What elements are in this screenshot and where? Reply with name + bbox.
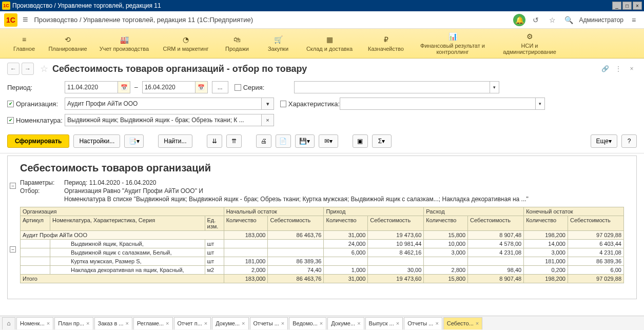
help-button[interactable]: ? bbox=[621, 134, 637, 148]
tab[interactable]: Отчеты ...× bbox=[250, 317, 288, 329]
snapshot-button[interactable]: ▣ bbox=[353, 134, 368, 148]
close-icon[interactable]: × bbox=[166, 320, 169, 326]
org-checkbox[interactable]: ✔ bbox=[7, 101, 14, 107]
nom-input[interactable]: Выдвижной ящик; Выдвижной ящик - брак; О… bbox=[65, 114, 262, 126]
tab[interactable]: Ведомо...× bbox=[289, 317, 326, 329]
collapse-button[interactable]: ⇈ bbox=[226, 134, 242, 148]
sum-button[interactable]: Σ▾ bbox=[372, 134, 392, 148]
close-icon[interactable]: × bbox=[320, 320, 323, 326]
burger-menu-icon[interactable]: ≡ bbox=[23, 14, 28, 25]
link-icon[interactable]: 🔗 bbox=[600, 65, 610, 72]
filter-value2: Номенклатура В списке "Выдвижной ящик; В… bbox=[64, 196, 529, 203]
close-icon[interactable]: × bbox=[126, 320, 129, 326]
send-button[interactable]: ✉▾ bbox=[319, 134, 338, 148]
nav-forward-button[interactable]: → bbox=[22, 63, 34, 75]
col-nom: Номенклатура, Характеристика, Серия bbox=[50, 216, 205, 231]
find-button[interactable]: Найти... bbox=[158, 134, 192, 148]
section-planning[interactable]: ⟲Планирование bbox=[42, 35, 93, 52]
report-area[interactable]: – – Себестоимость товаров организаций Па… bbox=[7, 156, 637, 299]
page-more-icon[interactable]: ⋮ bbox=[613, 65, 623, 72]
more-menu-icon[interactable]: ≡ bbox=[628, 14, 640, 26]
maximize-button[interactable]: □ bbox=[622, 2, 632, 10]
favorites-icon[interactable]: ☆ bbox=[546, 14, 558, 26]
col-in: Приход bbox=[324, 207, 424, 216]
save-button[interactable]: 💾▾ bbox=[295, 134, 315, 148]
tabs-bar: ⌂ Номенк...× План пр...× Заказ в ...× Ре… bbox=[0, 316, 644, 330]
home-tab[interactable]: ⌂ bbox=[2, 317, 15, 329]
collapse-tree-icon[interactable]: – bbox=[10, 183, 16, 189]
tab[interactable]: Докуме...× bbox=[327, 317, 364, 329]
chevron-down-icon[interactable]: ▾ bbox=[490, 82, 499, 93]
nav-back-button[interactable]: ← bbox=[7, 63, 19, 75]
star-icon[interactable]: ☆ bbox=[40, 63, 48, 74]
print-button[interactable]: 🖨 bbox=[256, 134, 271, 148]
preview-button[interactable]: 📄 bbox=[276, 134, 291, 148]
tab[interactable]: Выпуск ...× bbox=[365, 317, 403, 329]
nom-checkbox[interactable]: ✔ bbox=[7, 117, 14, 124]
close-icon[interactable]: × bbox=[242, 320, 245, 326]
tab-active[interactable]: Себесто...× bbox=[443, 317, 482, 329]
user-name[interactable]: Администратор bbox=[579, 16, 623, 24]
chevron-down-icon[interactable]: ▾ bbox=[535, 98, 544, 109]
close-window-button[interactable]: × bbox=[633, 2, 642, 10]
expand-button[interactable]: ⇊ bbox=[207, 134, 222, 148]
close-icon[interactable]: × bbox=[396, 320, 399, 326]
tab[interactable]: Отчеты ...× bbox=[404, 317, 442, 329]
section-admin[interactable]: ⚙НСИ и администрирование bbox=[494, 32, 565, 55]
tab[interactable]: Заказ в ...× bbox=[94, 317, 132, 329]
minimize-button[interactable]: _ bbox=[612, 2, 621, 10]
close-icon[interactable]: × bbox=[86, 320, 89, 326]
home-icon: ≡ bbox=[22, 35, 26, 45]
app-logo-icon: 1C bbox=[2, 2, 10, 10]
table-row: Куртка мужская, Размер S,шт181,00086 389… bbox=[21, 257, 624, 266]
section-purchases[interactable]: 🛒Закупки bbox=[258, 35, 299, 52]
collapse-group-icon[interactable]: – bbox=[10, 246, 16, 253]
org-dropdown-icon[interactable]: ▾ bbox=[262, 98, 274, 110]
date-from-input[interactable]: 11.04.2020 bbox=[65, 81, 118, 93]
close-icon[interactable]: × bbox=[204, 320, 207, 326]
run-report-button[interactable]: Сформировать bbox=[7, 134, 69, 148]
close-icon[interactable]: × bbox=[435, 320, 438, 326]
planning-icon: ⟲ bbox=[65, 35, 71, 45]
close-icon[interactable]: × bbox=[281, 320, 284, 326]
page-close-icon[interactable]: × bbox=[627, 65, 637, 72]
section-sales[interactable]: 🛍Продажи bbox=[217, 35, 258, 52]
char-select[interactable]: ▾ bbox=[340, 98, 545, 110]
calendar-to-icon[interactable]: 📅 bbox=[196, 81, 208, 93]
grid-icon: ▦ bbox=[326, 35, 333, 45]
section-treasury[interactable]: ₽Казначейство bbox=[360, 35, 412, 52]
char-checkbox[interactable] bbox=[280, 101, 286, 107]
settings-button[interactable]: Настройки... bbox=[73, 134, 120, 148]
header-bar: 1C ≡ Производство / Управление торговлей… bbox=[0, 11, 644, 29]
tab[interactable]: Регламе...× bbox=[133, 317, 173, 329]
more-button[interactable]: Еще ▾ bbox=[591, 134, 617, 148]
date-to-input[interactable]: 16.04.2020 bbox=[142, 81, 196, 93]
section-production[interactable]: 🏭Учет производства bbox=[93, 35, 155, 52]
search-icon[interactable]: 🔍 bbox=[562, 14, 575, 26]
table-row: Выдвижной ящик, Красный,шт24,00010 981,4… bbox=[21, 240, 624, 248]
section-warehouse[interactable]: ▦Склад и доставка bbox=[299, 35, 360, 52]
tab[interactable]: Докуме...× bbox=[212, 317, 248, 329]
variants-button[interactable]: 📑▾ bbox=[124, 134, 144, 148]
series-select[interactable]: ▾ bbox=[294, 81, 499, 93]
close-icon[interactable]: × bbox=[357, 320, 360, 326]
calendar-from-icon[interactable]: 📅 bbox=[118, 81, 130, 93]
tab[interactable]: Номенк...× bbox=[16, 317, 53, 329]
close-icon[interactable]: × bbox=[476, 320, 479, 326]
notifications-icon[interactable]: 🔔 bbox=[513, 14, 525, 26]
history-icon[interactable]: ↺ bbox=[530, 14, 542, 26]
col-art: Артикул bbox=[21, 216, 50, 231]
section-crm[interactable]: ◔CRM и маркетинг bbox=[155, 35, 217, 52]
chart-icon: 📊 bbox=[448, 32, 457, 42]
section-finance[interactable]: 📊Финансовый результат и контроллинг bbox=[412, 32, 494, 55]
nom-label: ✔Номенклатура: bbox=[7, 117, 65, 124]
close-icon[interactable]: × bbox=[47, 320, 50, 326]
series-checkbox[interactable] bbox=[235, 84, 241, 91]
period-select-button[interactable]: ... bbox=[212, 81, 228, 93]
nom-clear-icon[interactable]: × bbox=[262, 114, 274, 126]
org-input[interactable]: Аудит Профи АйТи ООО bbox=[65, 98, 262, 110]
tab[interactable]: План пр...× bbox=[54, 317, 93, 329]
tab[interactable]: Отчет п...× bbox=[174, 317, 211, 329]
table-row: Выдвижной ящик с салазками, Белый,шт6,00… bbox=[21, 248, 624, 257]
section-main[interactable]: ≡Главное bbox=[6, 35, 42, 52]
